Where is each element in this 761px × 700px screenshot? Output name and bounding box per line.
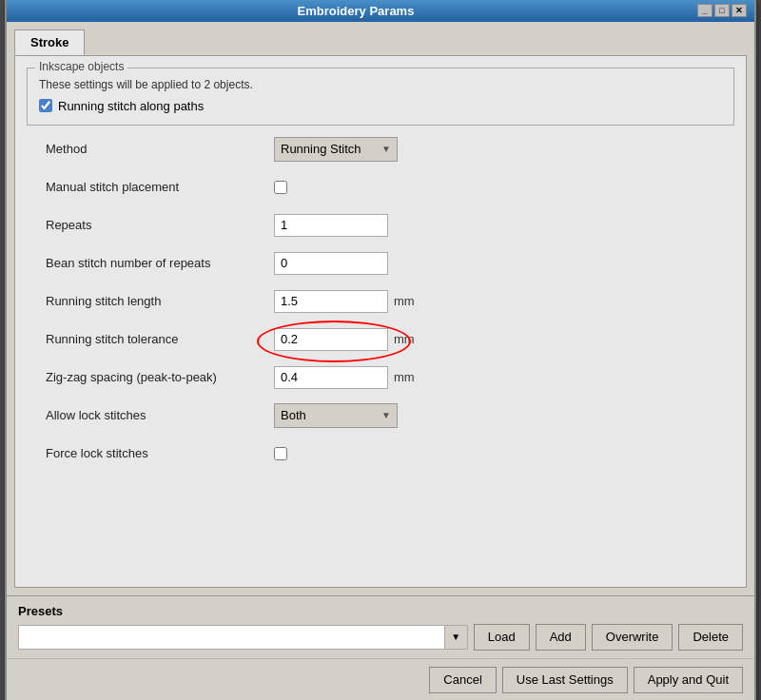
method-dropdown-arrow: ▼ bbox=[381, 144, 391, 154]
running-stitch-length-control: mm bbox=[274, 290, 415, 313]
overwrite-button[interactable]: Overwrite bbox=[592, 624, 673, 651]
cancel-button[interactable]: Cancel bbox=[429, 667, 496, 693]
main-window: Embroidery Params _ □ ✕ Stroke Inkscape … bbox=[5, 0, 756, 700]
running-stitch-tolerance-input[interactable] bbox=[274, 328, 388, 351]
method-control: Running Stitch ▼ bbox=[274, 137, 398, 162]
allow-lock-stitches-dropdown[interactable]: Both ▼ bbox=[274, 403, 398, 428]
tab-bar: Stroke bbox=[14, 29, 747, 55]
zigzag-spacing-control: mm bbox=[274, 366, 415, 389]
running-stitch-checkbox-row: Running stitch along paths bbox=[39, 99, 722, 113]
zigzag-spacing-input[interactable] bbox=[274, 366, 388, 389]
zigzag-spacing-row: Zig-zag spacing (peak-to-peak) mm bbox=[46, 365, 734, 390]
apply-and-quit-button[interactable]: Apply and Quit bbox=[634, 667, 743, 693]
titlebar: Embroidery Params _ □ ✕ bbox=[7, 0, 754, 22]
presets-label: Presets bbox=[18, 604, 743, 618]
allow-lock-stitches-value: Both bbox=[281, 408, 306, 422]
window-content: Stroke Inkscape objects These settings w… bbox=[7, 22, 754, 595]
running-stitch-length-row: Running stitch length mm bbox=[46, 289, 734, 314]
zigzag-spacing-label: Zig-zag spacing (peak-to-peak) bbox=[46, 370, 274, 384]
inkscape-objects-group: Inkscape objects These settings will be … bbox=[27, 68, 734, 126]
running-stitch-checkbox[interactable] bbox=[39, 99, 52, 112]
tolerance-wrap bbox=[274, 328, 388, 351]
manual-stitch-row: Manual stitch placement bbox=[46, 175, 734, 200]
preset-dropdown-btn[interactable]: ▼ bbox=[444, 626, 467, 649]
running-stitch-tolerance-label: Running stitch tolerance bbox=[46, 332, 274, 346]
running-stitch-tolerance-unit: mm bbox=[394, 332, 415, 346]
form-section: Method Running Stitch ▼ Manual stitch pl… bbox=[27, 137, 734, 466]
window-title: Embroidery Params bbox=[14, 4, 697, 18]
close-button[interactable]: ✕ bbox=[732, 4, 747, 17]
allow-lock-stitches-control: Both ▼ bbox=[274, 403, 398, 428]
repeats-row: Repeats bbox=[46, 213, 734, 238]
method-label: Method bbox=[46, 142, 274, 156]
force-lock-stitches-label: Force lock stitches bbox=[46, 446, 274, 460]
running-stitch-length-unit: mm bbox=[394, 294, 415, 308]
zigzag-spacing-unit: mm bbox=[394, 370, 415, 384]
manual-stitch-control bbox=[274, 181, 287, 194]
group-info: These settings will be applied to 2 obje… bbox=[39, 78, 722, 91]
delete-button[interactable]: Delete bbox=[678, 624, 743, 651]
bean-stitch-label: Bean stitch number of repeats bbox=[46, 256, 274, 270]
preset-input-wrap: ▼ bbox=[18, 625, 468, 650]
window-controls: _ □ ✕ bbox=[697, 4, 747, 17]
manual-stitch-label: Manual stitch placement bbox=[46, 180, 274, 194]
tab-stroke[interactable]: Stroke bbox=[14, 29, 85, 55]
allow-lock-stitches-label: Allow lock stitches bbox=[46, 408, 274, 422]
bean-stitch-row: Bean stitch number of repeats bbox=[46, 251, 734, 276]
force-lock-stitches-checkbox[interactable] bbox=[274, 447, 287, 460]
bean-stitch-input[interactable] bbox=[274, 252, 388, 275]
add-button[interactable]: Add bbox=[536, 624, 586, 651]
manual-stitch-checkbox[interactable] bbox=[274, 181, 287, 194]
main-panel: Inkscape objects These settings will be … bbox=[14, 55, 747, 588]
force-lock-stitches-control bbox=[274, 447, 287, 460]
force-lock-stitches-row: Force lock stitches bbox=[46, 441, 734, 466]
repeats-control bbox=[274, 214, 388, 237]
footer-row: Cancel Use Last Settings Apply and Quit bbox=[7, 658, 754, 701]
presets-section: Presets ▼ Load Add Overwrite Delete bbox=[7, 595, 754, 658]
repeats-label: Repeats bbox=[46, 218, 274, 232]
maximize-button[interactable]: □ bbox=[714, 4, 730, 17]
running-stitch-label: Running stitch along paths bbox=[58, 99, 204, 113]
load-button[interactable]: Load bbox=[474, 624, 530, 651]
method-dropdown[interactable]: Running Stitch ▼ bbox=[274, 137, 398, 162]
preset-input[interactable] bbox=[19, 626, 444, 649]
use-last-settings-button[interactable]: Use Last Settings bbox=[502, 667, 628, 693]
running-stitch-tolerance-row: Running stitch tolerance mm bbox=[46, 327, 734, 352]
presets-row: ▼ Load Add Overwrite Delete bbox=[18, 624, 743, 651]
group-box-title: Inkscape objects bbox=[35, 60, 127, 73]
bean-stitch-control bbox=[274, 252, 388, 275]
running-stitch-length-label: Running stitch length bbox=[46, 294, 274, 308]
allow-lock-stitches-row: Allow lock stitches Both ▼ bbox=[46, 403, 734, 428]
method-value: Running Stitch bbox=[281, 142, 361, 156]
running-stitch-length-input[interactable] bbox=[274, 290, 388, 313]
minimize-button[interactable]: _ bbox=[697, 4, 712, 17]
allow-lock-stitches-arrow: ▼ bbox=[381, 410, 391, 420]
method-row: Method Running Stitch ▼ bbox=[46, 137, 734, 162]
repeats-input[interactable] bbox=[274, 214, 388, 237]
running-stitch-tolerance-control: mm bbox=[274, 328, 415, 351]
